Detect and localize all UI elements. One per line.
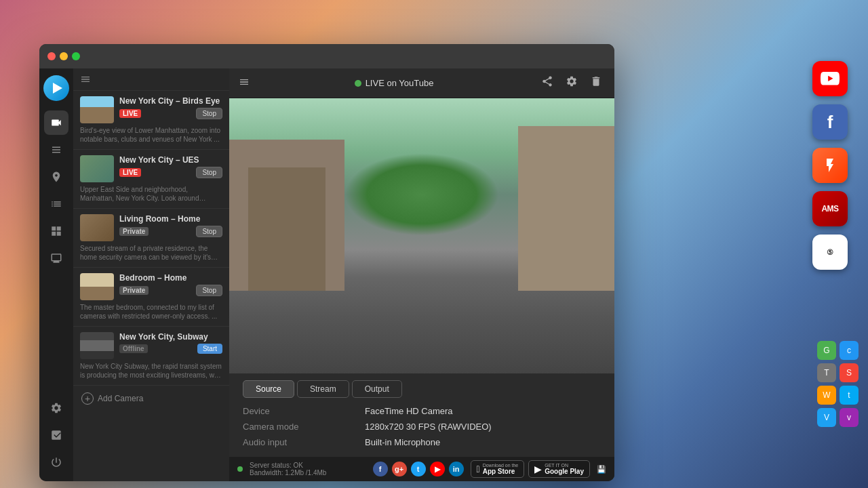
apple-icon:  <box>477 464 480 474</box>
camera-item-subway[interactable]: New York City, Subway Offline Start New … <box>73 327 229 386</box>
mini-app-icon-7[interactable]: V <box>817 408 836 427</box>
tab-source[interactable]: Source <box>243 380 294 398</box>
settings-button[interactable] <box>563 73 580 94</box>
apple-store-sub: Download on the <box>483 463 519 468</box>
live-text: LIVE on YouTube <box>366 78 434 88</box>
sidebar-item-library[interactable] <box>44 138 68 162</box>
status-bar: Server status: OK Bandwidth: 1.2Mb /1.4M… <box>229 457 614 481</box>
server-status-text: Server status: OK <box>250 462 326 469</box>
camera-status-badge-subway: Offline <box>119 344 148 353</box>
audio-input-label: Audio input <box>243 437 365 447</box>
add-camera-button[interactable]: + Add Camera <box>73 386 229 411</box>
detail-tabs: Source Stream Output <box>243 380 601 398</box>
social-icons: f g+ t ▶ in <box>373 462 464 476</box>
sidebar-item-location[interactable] <box>44 165 68 189</box>
camera-stop-button-ues[interactable]: Stop <box>196 167 222 178</box>
camera-start-button-subway[interactable]: Start <box>197 344 222 354</box>
camera-info-ues: New York City – UES LIVE Stop <box>119 155 222 178</box>
top-actions <box>538 73 605 94</box>
mini-app-icon-1[interactable]: G <box>817 341 836 360</box>
app-icon-facebook[interactable]: f <box>812 104 848 140</box>
sidebar-item-grid[interactable] <box>44 219 68 243</box>
social-googleplus-icon[interactable]: g+ <box>392 462 407 476</box>
app-icon-youtube[interactable] <box>812 61 848 96</box>
app-icon-thunder[interactable] <box>812 148 848 183</box>
camera-info-bedroom: Bedroom – Home Private Stop <box>119 273 222 296</box>
social-twitter-icon[interactable]: t <box>411 462 426 476</box>
camera-thumb-bedroom <box>80 273 114 300</box>
camera-info-living-room: Living Room – Home Private Stop <box>119 214 222 237</box>
share-button[interactable] <box>538 73 556 94</box>
camera-status-badge-ues: LIVE <box>119 168 141 177</box>
camera-thumb-birds-eye <box>80 96 114 123</box>
apple-store-badge[interactable]:  Download on the App Store <box>471 460 525 478</box>
bandwidth-text: Bandwidth: 1.2Mb /1.4Mb <box>250 469 326 476</box>
camera-stop-button-bedroom[interactable]: Stop <box>196 285 222 296</box>
delete-button[interactable] <box>587 73 605 94</box>
social-youtube-icon[interactable]: ▶ <box>430 462 445 476</box>
google-play-icon: ▶ <box>534 464 542 474</box>
camera-desc-subway: New York City Subway, the rapid transit … <box>80 362 222 380</box>
camera-info-subway: New York City, Subway Offline Start <box>119 332 222 354</box>
camera-item-bedroom[interactable]: Bedroom – Home Private Stop The master b… <box>73 268 229 327</box>
add-camera-label: Add Camera <box>98 394 143 403</box>
camera-name-subway: New York City, Subway <box>119 332 222 342</box>
mini-app-icon-8[interactable]: v <box>840 408 859 427</box>
social-linkedin-icon[interactable]: in <box>449 462 464 476</box>
mini-app-icon-3[interactable]: T <box>817 363 836 382</box>
sidebar-item-cameras[interactable] <box>44 110 68 135</box>
traffic-lights <box>47 52 80 60</box>
tab-output[interactable]: Output <box>352 380 402 398</box>
app-icon-s5[interactable]: ⑤ <box>812 235 848 270</box>
camera-name-birds-eye: New York City – Birds Eye <box>119 96 222 106</box>
camera-status-badge-bedroom: Private <box>119 286 149 295</box>
social-facebook-icon[interactable]: f <box>373 462 388 476</box>
server-status-dot <box>237 466 243 472</box>
close-button[interactable] <box>47 52 56 60</box>
menu-icon[interactable] <box>239 77 250 90</box>
google-play-badge[interactable]: ▶ GET IT ON Google Play <box>528 460 590 478</box>
app-logo[interactable] <box>43 75 69 101</box>
apple-store-name: App Store <box>483 468 519 475</box>
mini-app-icon-2[interactable]: c <box>840 341 859 360</box>
google-play-sub: GET IT ON <box>545 463 584 468</box>
camera-status-badge-birds-eye: LIVE <box>119 109 141 118</box>
tree-area <box>344 153 498 236</box>
app-cluster: G c T S W t V v <box>817 341 859 427</box>
camera-stop-button-birds-eye[interactable]: Stop <box>196 108 222 119</box>
sidebar-power-button[interactable] <box>44 450 68 474</box>
maximize-button[interactable] <box>72 52 80 60</box>
store-badges:  Download on the App Store ▶ GET IT ON … <box>471 460 590 478</box>
tab-stream[interactable]: Stream <box>297 380 349 398</box>
sidebar-item-addons[interactable] <box>44 423 68 447</box>
building-mid <box>248 167 326 291</box>
audio-input-value: Built-in Microphone <box>365 437 601 447</box>
camera-item-ues[interactable]: New York City – UES LIVE Stop Upper East… <box>73 150 229 209</box>
camera-status-badge-living-room: Private <box>119 227 149 236</box>
minimize-button[interactable] <box>60 52 68 60</box>
live-indicator: LIVE on YouTube <box>355 78 434 88</box>
mini-app-icon-5[interactable]: W <box>817 386 836 405</box>
bottom-panel: Source Stream Output Device FaceTime HD … <box>229 373 614 457</box>
sidebar-item-settings[interactable] <box>44 396 68 420</box>
video-preview <box>229 98 614 373</box>
camera-name-ues: New York City – UES <box>119 155 222 165</box>
sidebar-item-list[interactable] <box>44 192 68 216</box>
sidebar-item-monitor[interactable] <box>44 246 68 270</box>
camera-list-header <box>73 68 229 91</box>
building-right <box>518 126 614 291</box>
app-body: New York City – Birds Eye LIVE Stop Bird… <box>39 68 614 481</box>
camera-thumb-subway <box>80 332 114 359</box>
camera-name-bedroom: Bedroom – Home <box>119 273 222 283</box>
device-label: Device <box>243 406 365 416</box>
add-camera-icon: + <box>81 392 94 405</box>
mini-app-icon-6[interactable]: t <box>840 386 859 405</box>
camera-stop-button-living-room[interactable]: Stop <box>196 226 222 237</box>
camera-item-birds-eye[interactable]: New York City – Birds Eye LIVE Stop Bird… <box>73 91 229 150</box>
camera-desc-living-room: Secured stream of a private residence, t… <box>80 244 222 262</box>
app-icon-ams[interactable]: AMS <box>812 191 848 226</box>
camera-thumb-ues <box>80 155 114 182</box>
mini-app-icon-4[interactable]: S <box>840 363 859 382</box>
camera-mode-label: Camera mode <box>243 422 365 432</box>
camera-item-living-room[interactable]: Living Room – Home Private Stop Secured … <box>73 209 229 268</box>
